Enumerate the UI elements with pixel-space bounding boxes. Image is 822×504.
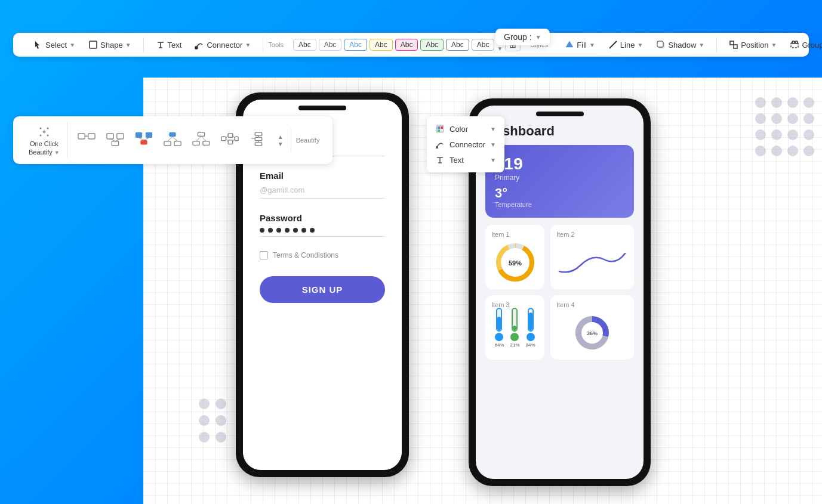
email-input[interactable]: @gamill.com: [260, 185, 385, 199]
svg-rect-38: [438, 126, 440, 129]
card-number: 319: [495, 154, 624, 174]
svg-rect-32: [228, 140, 233, 144]
dashboard-title: ⬅ dashboard: [485, 123, 634, 139]
dot5: [293, 228, 298, 233]
primary-card: 319 Primary 3° Temperature: [485, 145, 634, 218]
svg-rect-24: [169, 132, 176, 137]
svg-rect-28: [193, 141, 199, 146]
shape-button[interactable]: Shape ▼: [84, 38, 136, 52]
position-button[interactable]: Position ▼: [724, 38, 781, 52]
svg-text:36%: 36%: [587, 330, 598, 336]
layout-icon-1[interactable]: [75, 128, 98, 152]
item4-pie: 36%: [556, 312, 628, 354]
dot-decoration-2: [197, 397, 228, 444]
thermo-2: 21%: [510, 308, 519, 348]
terms-checkbox[interactable]: [260, 251, 268, 259]
style-chip-1[interactable]: Abc: [293, 39, 316, 51]
style-chip-6[interactable]: Abc: [420, 39, 444, 51]
svg-rect-8: [795, 41, 798, 44]
tools-label: Tools: [263, 41, 288, 48]
shadow-button[interactable]: Shadow ▼: [651, 38, 709, 52]
style-chip-5[interactable]: Abc: [395, 39, 418, 51]
beautify-label: Beautify: [291, 137, 325, 144]
item1-label: Item 1: [491, 231, 538, 238]
signup-button[interactable]: SIGN UP: [260, 276, 385, 303]
item1-donut: 59%: [491, 242, 538, 283]
text-button[interactable]: Text: [151, 38, 187, 52]
email-label: Email: [260, 171, 385, 181]
select-button[interactable]: Select ▼: [29, 38, 80, 52]
dot-decoration-1: [753, 95, 816, 158]
text-popup-btn[interactable]: Text ▼: [427, 152, 504, 168]
beautify-arrows[interactable]: ▲ ▼: [278, 134, 284, 147]
email-field-group: Email @gamill.com: [260, 171, 385, 199]
layout-icon-6[interactable]: [218, 128, 242, 152]
svg-rect-19: [117, 134, 124, 139]
svg-point-15: [47, 135, 48, 137]
svg-rect-18: [107, 134, 113, 139]
phone-1-notch: [298, 106, 346, 110]
thermo-2-pct: 21%: [510, 342, 519, 348]
arrangement-section: Position ▼ Group ▼ Rotate ▼ Align: [717, 38, 822, 52]
item4-label: Item 4: [556, 301, 628, 308]
dash-item-1: Item 1 59%: [485, 225, 544, 289]
beautify-icons-section: ▲ ▼: [67, 128, 291, 152]
svg-rect-25: [164, 141, 171, 146]
svg-point-12: [39, 128, 41, 129]
layout-icon-4[interactable]: [161, 128, 184, 152]
thermo-2-bar: [512, 308, 518, 332]
dot3: [276, 228, 281, 233]
svg-rect-3: [657, 41, 663, 47]
style-chip-7[interactable]: Abc: [446, 39, 469, 51]
svg-rect-23: [140, 140, 147, 145]
thermo-1-bulb: [495, 333, 503, 341]
line-button[interactable]: Line ▼: [604, 38, 648, 52]
layout-icon-7[interactable]: [247, 128, 270, 152]
svg-rect-30: [221, 137, 226, 141]
svg-rect-22: [146, 132, 152, 138]
connector-popup-btn[interactable]: Connector ▼: [427, 137, 504, 152]
svg-rect-0: [90, 41, 97, 48]
card-temp: 3°: [495, 185, 624, 201]
svg-rect-27: [198, 132, 204, 137]
password-input[interactable]: [260, 228, 385, 237]
dot4: [285, 228, 290, 233]
dash-item-4: Item 4 36%: [550, 295, 634, 360]
style-chip-4[interactable]: Abc: [370, 39, 393, 51]
card-temp-label: Temperature: [495, 201, 624, 208]
dot7: [310, 228, 315, 233]
layout-icon-2[interactable]: [103, 128, 127, 152]
svg-rect-17: [88, 134, 95, 139]
style-chip-3[interactable]: Abc: [344, 39, 367, 51]
style-chip-8[interactable]: Abc: [472, 39, 495, 51]
group-button[interactable]: Group ▼: [785, 38, 822, 52]
password-label: Password: [260, 213, 385, 223]
dot2: [268, 228, 273, 233]
layout-icon-5[interactable]: [189, 128, 213, 152]
connector-button[interactable]: Connector ▼: [190, 38, 255, 52]
svg-rect-35: [255, 137, 261, 141]
svg-rect-31: [228, 134, 233, 138]
color-popup-btn[interactable]: Color ▼: [427, 121, 504, 137]
svg-rect-33: [235, 137, 238, 141]
item2-line-chart: [556, 242, 628, 283]
svg-rect-26: [174, 141, 181, 146]
tools-section-2: Text Connector ▼: [144, 38, 264, 52]
phone-2-notch: [536, 112, 584, 116]
style-chip-2[interactable]: Abc: [319, 39, 342, 51]
thermo-3-bulb: [527, 333, 535, 341]
svg-rect-16: [78, 134, 85, 139]
tools-section: Select ▼ Shape ▼: [21, 38, 144, 52]
dot6: [301, 228, 306, 233]
svg-rect-20: [112, 141, 118, 146]
thermo-3-bar: [528, 308, 534, 332]
svg-rect-39: [441, 126, 443, 129]
layout-icon-3[interactable]: [132, 128, 156, 152]
one-click-beautify-btn[interactable]: One Click Beautify ▼: [21, 122, 67, 158]
group-popup[interactable]: Group : ▼: [495, 29, 550, 45]
thermo-1: 64%: [494, 308, 504, 348]
item3-thermo: 64% 21%: [491, 312, 538, 348]
thermo-1-pct: 64%: [494, 342, 504, 348]
svg-rect-7: [792, 41, 795, 44]
fill-button[interactable]: Fill ▼: [560, 38, 600, 52]
